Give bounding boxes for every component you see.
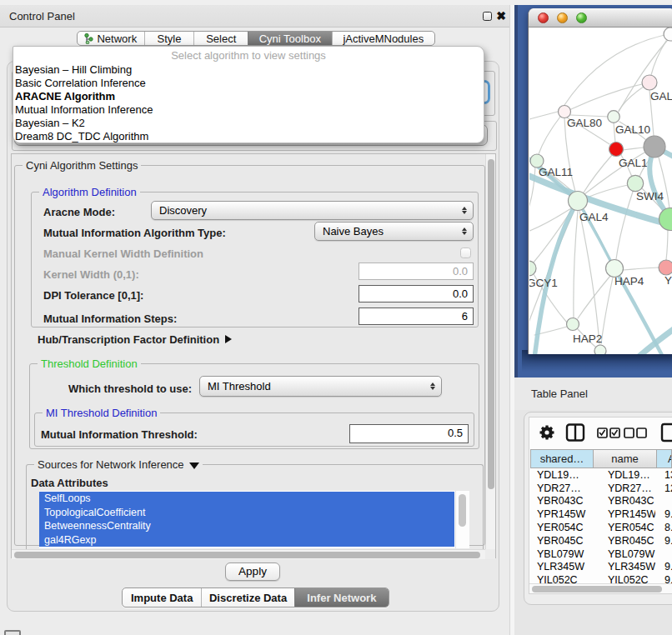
aracne-mode-label: Aracne Mode:: [43, 206, 115, 218]
data-attributes-list[interactable]: SelfLoopsTopologicalCoefficientBetweenne…: [39, 491, 469, 548]
settings-vscroll-thumb[interactable]: [488, 159, 494, 489]
network-edge[interactable]: [584, 155, 612, 192]
table-row[interactable]: YIL052CYIL052C9.: [530, 573, 672, 583]
table-row[interactable]: YBR043CYBR043C: [530, 495, 672, 508]
network-graph-canvas[interactable]: GAL2GAL80GAL10GAL1GAL11GAL4SWI4GCY1HAP4Y…: [529, 28, 672, 354]
network-node[interactable]: [659, 208, 672, 231]
table-body[interactable]: YDL19…YDL19…13YDR27…YDR27…12YBR043CYBR04…: [530, 468, 672, 583]
network-node[interactable]: [664, 28, 672, 41]
network-edge[interactable]: [564, 118, 575, 192]
which-threshold-combobox[interactable]: MI Threshold: [199, 376, 442, 397]
attribute-list-item[interactable]: TopologicalCoefficient: [39, 506, 454, 520]
column-header-shared-name[interactable]: shared…: [531, 450, 593, 468]
table-hscroll-thumb[interactable]: [532, 586, 662, 592]
network-edge[interactable]: [666, 227, 668, 260]
network-edge[interactable]: [579, 211, 599, 344]
float-panel-icon[interactable]: [483, 12, 492, 21]
column-browser-icon[interactable]: [567, 425, 584, 441]
table-row[interactable]: YPR145WYPR145W9.: [530, 508, 672, 521]
network-node[interactable]: [659, 260, 672, 275]
table-row[interactable]: YBL079WYBL079W: [530, 548, 672, 561]
attribute-list-item[interactable]: BetweennessCentrality: [39, 519, 454, 533]
table-cell: YPR145W: [592, 508, 655, 520]
unchecked-columns-icon[interactable]: [624, 428, 646, 438]
table-row[interactable]: YER054CYER054C8.: [530, 521, 672, 534]
network-node[interactable]: [644, 136, 665, 158]
algorithm-popup-item[interactable]: Mutual Information Inference: [13, 103, 484, 117]
bottom-tab-discretize-data[interactable]: Discretize Data: [201, 588, 293, 607]
network-edge[interactable]: [539, 117, 560, 154]
attributes-scrollbar-thumb[interactable]: [459, 494, 466, 527]
network-edge[interactable]: [529, 112, 558, 119]
column-header-name[interactable]: name: [593, 450, 656, 468]
tab-label: Style: [158, 32, 182, 45]
column-header-partial[interactable]: Av: [656, 450, 671, 468]
tab-jactivemnodules[interactable]: jActiveMNodules: [332, 32, 434, 45]
mi-threshold-label: Mutual Information Threshold:: [41, 428, 198, 441]
tab-select[interactable]: Select: [193, 32, 248, 45]
close-traffic-light[interactable]: [538, 12, 549, 23]
network-node-label: HAP2: [573, 332, 602, 345]
attribute-list-item[interactable]: SelfLoops: [39, 492, 454, 506]
tab-network[interactable]: Network: [78, 32, 144, 45]
algorithm-popup-item[interactable]: Bayesian – K2: [13, 117, 484, 130]
hub-definition-toggle[interactable]: Hub/Transcription Factor Definition: [38, 333, 232, 346]
table-cell: YLR345W: [592, 561, 655, 572]
apply-button[interactable]: Apply: [225, 562, 280, 581]
collapse-down-icon: [189, 462, 199, 469]
network-edge[interactable]: [574, 211, 578, 318]
table-cell: 9.: [655, 535, 672, 547]
network-node[interactable]: [569, 192, 588, 211]
network-edge[interactable]: [616, 192, 633, 259]
settings-vertical-scrollbar[interactable]: [485, 154, 495, 549]
tab-cyni-toolbox[interactable]: Cyni Toolbox: [248, 32, 332, 45]
mi-type-combobox[interactable]: Naive Bayes: [314, 222, 474, 241]
network-edge[interactable]: [601, 278, 613, 344]
close-panel-icon[interactable]: ✖: [495, 9, 507, 22]
network-node[interactable]: [627, 175, 643, 191]
network-view-window[interactable]: GAL2GAL80GAL10GAL1GAL11GAL4SWI4GCY1HAP4Y…: [528, 8, 672, 354]
network-node[interactable]: [609, 142, 624, 157]
settings-horizontal-scrollbar[interactable]: [12, 549, 487, 559]
table-row[interactable]: YDR27…YDR27…12: [530, 482, 672, 495]
scrollpane-corner: [485, 549, 495, 559]
network-node[interactable]: [567, 318, 579, 331]
mi-steps-field[interactable]: 6: [359, 308, 474, 325]
aracne-mode-combobox[interactable]: Discovery: [151, 201, 474, 220]
new-table-icon[interactable]: [662, 424, 672, 441]
kernel-width-field[interactable]: 0.0: [359, 262, 474, 280]
network-edge[interactable]: [623, 148, 644, 150]
tab-style[interactable]: Style: [144, 32, 194, 45]
mi-threshold-field[interactable]: 0.5: [349, 424, 469, 443]
minimize-traffic-light[interactable]: [557, 12, 568, 23]
network-window-titlebar[interactable]: [529, 8, 672, 28]
network-edge[interactable]: [587, 185, 628, 198]
zoom-traffic-light[interactable]: [576, 12, 587, 23]
algorithm-popup-item[interactable]: Dream8 DC_TDC Algorithm: [13, 130, 484, 143]
network-node[interactable]: [529, 261, 536, 276]
algorithm-popup-item[interactable]: Bayesian – Hill Climbing: [13, 63, 484, 77]
table-horizontal-scrollbar[interactable]: [529, 583, 672, 593]
table-row[interactable]: YBR045CYBR045C9.: [530, 534, 672, 548]
dpi-tolerance-field[interactable]: 0.0: [359, 285, 474, 302]
network-node[interactable]: [608, 111, 620, 123]
table-cell: YIL052C: [530, 574, 592, 583]
gear-icon[interactable]: [540, 426, 554, 440]
network-edge[interactable]: [623, 268, 659, 270]
attribute-list-item[interactable]: gal4RGexp: [39, 533, 454, 548]
network-node[interactable]: [642, 75, 657, 90]
table-row[interactable]: YDL19…YDL19…13: [530, 468, 672, 482]
bottom-tab-infer-network[interactable]: Infer Network: [294, 588, 389, 607]
network-node[interactable]: [594, 345, 606, 354]
table-row[interactable]: YLR345WYLR345W9.: [530, 561, 672, 574]
sources-group-title[interactable]: Sources for Network Inference: [34, 458, 203, 471]
bottom-tab-impute-data[interactable]: Impute Data: [123, 588, 201, 607]
checked-columns-icon[interactable]: [598, 428, 619, 438]
algorithm-popup-item[interactable]: ARACNE Algorithm: [13, 90, 484, 103]
manual-kernel-checkbox[interactable]: [460, 248, 471, 258]
settings-hscroll-thumb[interactable]: [14, 552, 480, 558]
attributes-list-scrollbar[interactable]: [455, 491, 469, 548]
network-node-label: Y: [664, 274, 672, 287]
table-cell: YBR045C: [592, 535, 655, 547]
algorithm-popup-item[interactable]: Basic Correlation Inference: [13, 77, 484, 90]
